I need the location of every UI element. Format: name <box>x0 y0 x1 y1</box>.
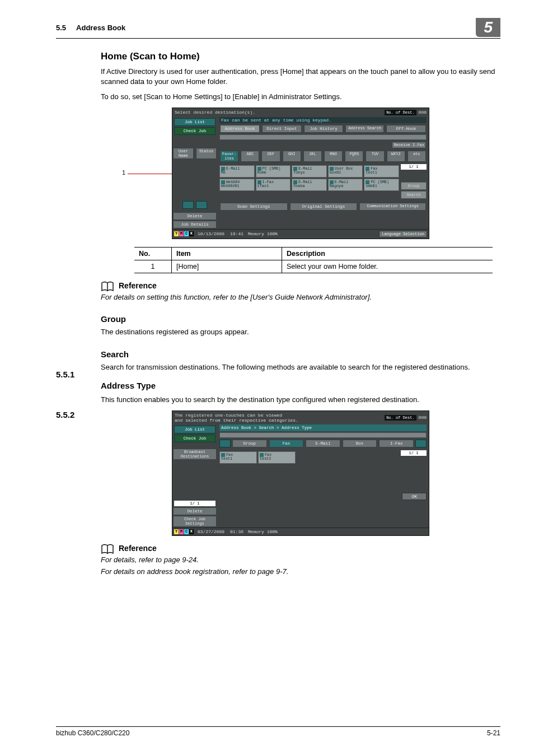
toner2-y-icon: Y <box>174 529 179 534</box>
dest-label2: No. of Dest. <box>385 415 416 421</box>
screenshot-2: The registered one-touches can be viewed… <box>172 410 429 536</box>
index-row: Favor- ites ABC DEF GHI JKL MNO PQRS TUV… <box>219 150 427 162</box>
tile-email-me[interactable]: E-MailMe <box>219 165 255 178</box>
tile2-fax-test2[interactable]: Faxtest2 <box>258 451 296 464</box>
tile-box01[interactable]: User Boxbox01 <box>328 165 363 178</box>
idx-mno[interactable]: MNO <box>324 151 343 162</box>
idx-def[interactable]: DEF <box>261 151 280 162</box>
left-page: 1/ 1 <box>174 501 216 506</box>
tab-address-search[interactable]: Address Search <box>345 125 384 133</box>
idx-tuv[interactable]: TUV <box>366 151 384 162</box>
btn-job-details[interactable]: Job Details <box>173 221 217 228</box>
arrow-right-icon[interactable] <box>415 440 427 447</box>
toner-y-icon: Y <box>174 231 179 236</box>
th-desc: Description <box>282 247 493 260</box>
btn-language[interactable]: Language Selection <box>379 231 427 237</box>
page: 5.5 Address Book 5 Home (Scan to Home) I… <box>0 0 534 756</box>
btn-group[interactable]: Group <box>401 182 427 190</box>
book-icon <box>101 281 115 292</box>
toner-m-icon: M <box>179 231 184 236</box>
section-number: 5.5 <box>56 24 66 32</box>
idx-jkl[interactable]: JKL <box>303 151 322 162</box>
idx-etc[interactable]: etc <box>407 151 426 162</box>
idx-pqrs[interactable]: PQRS <box>345 151 363 162</box>
tab2-check-job[interactable]: Check Job <box>174 435 216 442</box>
toner-k-icon: K <box>189 231 194 236</box>
callout-1: 1 <box>122 169 125 176</box>
th-item: Item <box>172 247 282 260</box>
tile-webdav[interactable]: WebDAVWebDAV01 <box>219 179 255 191</box>
tab-off-hook[interactable]: Off-Hook <box>386 125 426 133</box>
toner2-c-icon: C <box>184 529 189 534</box>
tile2-fax-test1[interactable]: Faxtest1 <box>219 451 257 464</box>
ref-text: For details on setting this function, re… <box>101 292 500 302</box>
cat-fax[interactable]: Fax <box>269 440 304 447</box>
idx-abc[interactable]: ABC <box>241 151 259 162</box>
ref2-l2: For details on address book registration… <box>101 567 500 577</box>
btn-original-settings[interactable]: Original Settings <box>290 203 358 211</box>
toner2-m-icon: M <box>179 529 184 534</box>
tab-direct-input[interactable]: Direct Input <box>262 125 302 133</box>
arrow-up-icon[interactable] <box>182 201 194 209</box>
reference-1: Reference <box>101 281 500 292</box>
tile-email-tokyo[interactable]: E-MailTokyo <box>292 165 327 178</box>
screenshot-1: Select desired destination(s). No. of De… <box>172 108 429 239</box>
date: 10/13/2008 <box>198 231 224 236</box>
cat-ifax[interactable]: I-Fax <box>379 440 414 447</box>
footer-model: bizhub C360/C280/C220 <box>56 729 129 737</box>
td-item: [Home] <box>172 260 282 273</box>
btn2-delete[interactable]: Delete <box>173 507 217 515</box>
footer-page: 5-21 <box>487 729 500 737</box>
btn-ok[interactable]: OK <box>402 493 427 500</box>
sec-no-551: 5.5.1 <box>56 370 74 379</box>
btn-comm-settings[interactable]: Communication Settings <box>359 203 426 211</box>
time2: 01:36 <box>230 529 243 534</box>
address-type-heading: Address Type <box>101 381 500 390</box>
btn-receive-ifax[interactable]: Receive I-Fax <box>392 142 426 148</box>
panel2-msg: The registered one-touches can be viewed… <box>175 413 385 423</box>
section-title: Address Book <box>76 24 476 32</box>
panel-msg: Select desired destination(s). <box>175 110 385 115</box>
btn-user-name[interactable]: User Name <box>173 148 194 159</box>
tile-email-osaka[interactable]: E-MailOsaka <box>292 179 327 191</box>
btn-search[interactable]: Search <box>401 191 427 199</box>
ref2-title: Reference <box>119 544 157 553</box>
home-heading: Home (Scan to Home) <box>101 51 500 62</box>
arrow-down-icon[interactable] <box>196 201 207 209</box>
cat-email[interactable]: E-Mail <box>306 440 340 447</box>
dest-label: No. of Dest. <box>385 110 416 115</box>
idx-fav[interactable]: Favor- ites <box>220 151 238 162</box>
cat-group[interactable]: Group <box>232 440 267 447</box>
tab-job-list[interactable]: Job List <box>174 118 216 126</box>
tile-email-nagoya[interactable]: E-MailNagoya <box>328 179 363 191</box>
page2-indicator: 1/ 1 <box>401 450 427 456</box>
item-table: No. Item Description 1 [Home] Select you… <box>134 247 493 273</box>
td-no: 1 <box>134 260 172 273</box>
tab2-job-list[interactable]: Job List <box>174 426 216 433</box>
cat-box[interactable]: Box <box>343 440 377 447</box>
td-desc: Select your own Home folder. <box>282 260 493 273</box>
btn-status[interactable]: Status <box>196 148 217 159</box>
group-heading: Group <box>101 314 500 324</box>
tab-address-book[interactable]: Address Book <box>220 125 260 133</box>
btn-scan-settings[interactable]: Scan Settings <box>220 203 288 211</box>
tile-pc-home[interactable]: PC (SMB)Home <box>256 165 291 178</box>
fax-note: Fax can be sent at any time using keypad… <box>219 117 427 123</box>
ref2-l1: For details, refer to page 9-24. <box>101 555 500 565</box>
tab-job-history[interactable]: Job History <box>304 125 344 133</box>
reference-2: Reference <box>101 544 500 555</box>
ref-title: Reference <box>119 281 157 290</box>
tab-check-job[interactable]: Check Job <box>174 127 216 135</box>
arrow-left-icon[interactable] <box>219 440 231 447</box>
idx-ghi[interactable]: GHI <box>283 151 301 162</box>
footer: bizhub C360/C280/C220 5-21 <box>56 726 500 737</box>
book-icon <box>101 544 115 555</box>
th-no: No. <box>134 247 172 260</box>
btn-delete[interactable]: Delete <box>173 212 217 220</box>
tile-smb01[interactable]: PC (SMB)smb01 <box>364 179 399 191</box>
idx-wxyz[interactable]: WXYZ <box>387 151 405 162</box>
tile-fax-test1[interactable]: Faxtest1 <box>364 165 399 178</box>
btn2-check-job-settings[interactable]: Check Job Settings <box>173 516 217 527</box>
search-heading: Search <box>101 349 500 359</box>
tile-ifax[interactable]: I-Faxifax1 <box>256 179 291 191</box>
